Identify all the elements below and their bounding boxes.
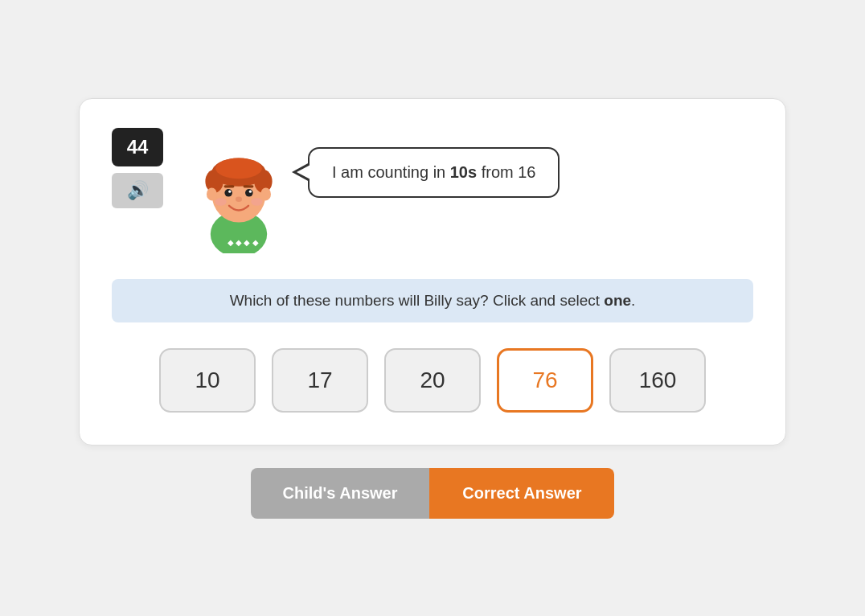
instruction-text-plain: Which of these numbers will Billy say? C… (230, 292, 605, 309)
svg-point-11 (228, 190, 231, 192)
choice-20[interactable]: 20 (384, 348, 481, 413)
main-card: 44 🔊 (79, 98, 786, 446)
avatar-area: ◆◆◆◆ I am counting in 10s from 16 (182, 125, 560, 253)
svg-text:◆◆◆◆: ◆◆◆◆ (228, 238, 261, 247)
speech-bubble: I am counting in 10s from 16 (308, 147, 560, 198)
svg-point-12 (249, 190, 252, 192)
choices-container: 10 17 20 76 160 (112, 348, 753, 413)
speaker-icon: 🔊 (127, 180, 149, 201)
choice-160-label: 160 (639, 368, 677, 393)
child-answer-button[interactable]: Child's Answer (251, 468, 430, 519)
svg-point-7 (207, 187, 217, 200)
svg-point-10 (245, 189, 253, 197)
instruction-text-period: . (631, 292, 635, 309)
bottom-buttons: Child's Answer Correct Answer (232, 468, 633, 519)
choice-10[interactable]: 10 (159, 348, 256, 413)
page-wrapper: 44 🔊 (0, 0, 865, 616)
speech-text-bold: 10s (450, 163, 477, 181)
instruction-text-bold: one (604, 292, 631, 309)
svg-rect-13 (224, 185, 235, 187)
svg-point-17 (251, 198, 262, 206)
speech-text-after: from 16 (477, 163, 535, 181)
svg-point-9 (224, 189, 232, 197)
top-section: 44 🔊 (112, 125, 753, 253)
sound-button[interactable]: 🔊 (112, 173, 163, 208)
speech-text-before: I am counting in (332, 163, 450, 181)
svg-point-8 (260, 187, 271, 200)
choice-160[interactable]: 160 (609, 348, 706, 413)
correct-answer-button[interactable]: Correct Answer (429, 468, 614, 519)
svg-rect-14 (244, 185, 254, 187)
child-answer-label: Child's Answer (283, 484, 398, 502)
question-number: 44 (127, 136, 149, 158)
question-number-badge: 44 (112, 128, 163, 166)
character-avatar: ◆◆◆◆ (182, 125, 295, 253)
svg-point-6 (215, 158, 262, 179)
choice-20-label: 20 (420, 368, 445, 393)
svg-point-16 (215, 198, 226, 206)
svg-point-15 (236, 196, 242, 201)
choice-17[interactable]: 17 (272, 348, 368, 413)
choice-76[interactable]: 76 (497, 348, 593, 413)
choice-17-label: 17 (307, 368, 332, 393)
left-controls: 44 🔊 (112, 128, 163, 208)
instruction-box: Which of these numbers will Billy say? C… (112, 279, 753, 322)
choice-10-label: 10 (195, 368, 219, 393)
correct-answer-label: Correct Answer (462, 484, 581, 502)
choice-76-label: 76 (532, 368, 557, 393)
